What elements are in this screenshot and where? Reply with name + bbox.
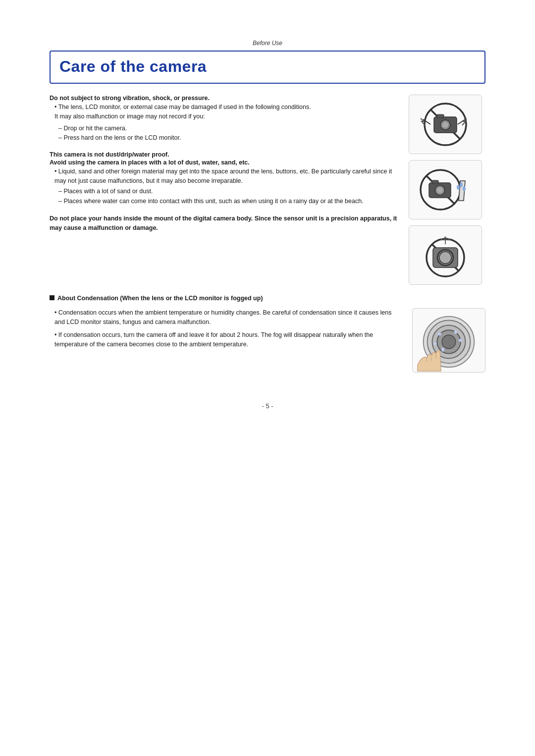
mount-text: Do not place your hands inside the mount…	[50, 214, 399, 233]
svg-point-31	[459, 339, 463, 342]
dust-sub-list: Places with a lot of sand or dust. Place…	[50, 187, 399, 206]
list-item: Places with a lot of sand or dust.	[58, 187, 399, 196]
images-column	[409, 95, 485, 285]
condensation-list: • Condensation occurs when the ambient t…	[50, 308, 402, 350]
title-box: Care of the camera	[50, 51, 485, 84]
condensation-content-area: • Condensation occurs when the ambient t…	[50, 308, 485, 373]
list-item: The lens, LCD monitor, or external case …	[54, 103, 399, 112]
svg-point-33	[433, 342, 436, 345]
dust-heading1: This camera is not dust/drip/water proof…	[50, 151, 399, 158]
vibration-list: The lens, LCD monitor, or external case …	[50, 103, 399, 112]
vibration-sub-list: Drop or hit the camera. Press hard on th…	[50, 124, 399, 143]
condensation-heading-text: About Condensation (When the lens or the…	[57, 294, 263, 303]
section-label: Before Use	[50, 40, 485, 47]
dust-list: Liquid, sand and other foreign material …	[50, 167, 399, 186]
mount-block: Do not place your hands inside the mount…	[50, 214, 399, 233]
vibration-block: Do not subject to strong vibration, shoc…	[50, 95, 399, 143]
svg-point-28	[442, 335, 456, 349]
vibration-note: It may also malfunction or image may not…	[50, 112, 399, 121]
vibration-section-area: Do not subject to strong vibration, shoc…	[50, 95, 485, 285]
vibration-heading: Do not subject to strong vibration, shoc…	[50, 95, 399, 102]
condensation-section: About Condensation (When the lens or the…	[50, 294, 485, 373]
list-item: • If condensation occurs, turn the camer…	[54, 330, 402, 350]
list-item: Liquid, sand and other foreign material …	[54, 167, 399, 186]
list-item: Drop or hit the camera.	[58, 124, 399, 133]
svg-point-10	[437, 187, 443, 193]
list-item: Places where water can come into contact…	[58, 197, 399, 206]
svg-point-14	[463, 186, 466, 191]
vibration-text-column: Do not subject to strong vibration, shoc…	[50, 95, 399, 285]
list-item: • Condensation occurs when the ambient t…	[54, 308, 402, 327]
condensation-text-area: • Condensation occurs when the ambient t…	[50, 308, 402, 373]
svg-point-4	[442, 122, 448, 128]
svg-point-13	[460, 182, 463, 187]
page-number: - 5 -	[50, 402, 485, 410]
condensation-heading-area: About Condensation (When the lens or the…	[50, 294, 485, 303]
svg-point-12	[457, 185, 460, 190]
svg-rect-5	[437, 114, 444, 118]
svg-point-19	[439, 252, 451, 264]
dust-water-warning-image	[409, 160, 482, 219]
svg-point-30	[454, 330, 457, 334]
vibration-warning-image	[409, 95, 482, 154]
list-item: Press hard on the lens or the LCD monito…	[58, 133, 399, 143]
page-title: Care of the camera	[59, 57, 476, 76]
svg-point-29	[437, 332, 441, 335]
mount-warning-image	[409, 225, 482, 285]
svg-rect-11	[432, 180, 438, 184]
square-bullet-icon	[50, 295, 54, 300]
dust-block: This camera is not dust/drip/water proof…	[50, 151, 399, 207]
page: Before Use Care of the camera Do not sub…	[0, 0, 535, 756]
dust-heading2: Avoid using the camera in places with a …	[50, 159, 399, 166]
condensation-image	[412, 308, 485, 373]
svg-point-32	[441, 348, 444, 352]
